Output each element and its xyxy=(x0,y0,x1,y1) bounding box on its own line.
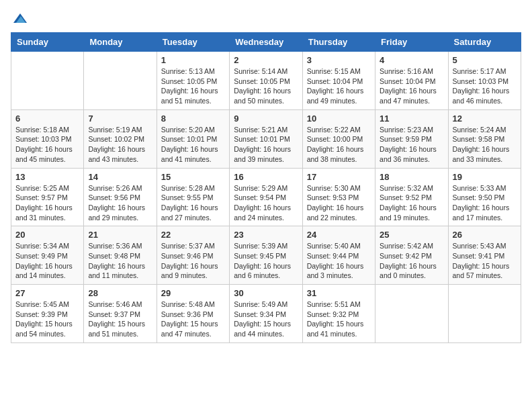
day-info: Sunrise: 5:16 AM Sunset: 10:04 PM Daylig… xyxy=(380,66,443,106)
day-info: Sunrise: 5:20 AM Sunset: 10:01 PM Daylig… xyxy=(161,125,225,165)
calendar-cell: 7Sunrise: 5:19 AM Sunset: 10:02 PM Dayli… xyxy=(84,109,157,168)
day-of-week-header: Wednesday xyxy=(230,33,302,52)
calendar-cell: 13Sunrise: 5:25 AM Sunset: 9:57 PM Dayli… xyxy=(11,168,84,226)
day-info: Sunrise: 5:49 AM Sunset: 9:34 PM Dayligh… xyxy=(234,300,298,339)
calendar-cell: 5Sunrise: 5:17 AM Sunset: 10:03 PM Dayli… xyxy=(448,52,521,110)
calendar-week-row: 13Sunrise: 5:25 AM Sunset: 9:57 PM Dayli… xyxy=(11,168,521,226)
day-number: 28 xyxy=(88,288,152,298)
day-of-week-header: Monday xyxy=(84,33,157,52)
day-info: Sunrise: 5:21 AM Sunset: 10:01 PM Daylig… xyxy=(234,125,298,165)
day-number: 4 xyxy=(380,55,443,65)
calendar-table: SundayMondayTuesdayWednesdayThursdayFrid… xyxy=(11,32,521,343)
calendar-cell: 29Sunrise: 5:48 AM Sunset: 9:36 PM Dayli… xyxy=(157,285,229,343)
day-number: 15 xyxy=(161,172,225,182)
calendar-cell: 8Sunrise: 5:20 AM Sunset: 10:01 PM Dayli… xyxy=(157,109,229,168)
calendar-cell: 30Sunrise: 5:49 AM Sunset: 9:34 PM Dayli… xyxy=(230,285,302,343)
day-info: Sunrise: 5:46 AM Sunset: 9:37 PM Dayligh… xyxy=(88,300,152,339)
day-of-week-header: Sunday xyxy=(11,33,84,52)
day-info: Sunrise: 5:48 AM Sunset: 9:36 PM Dayligh… xyxy=(161,300,225,339)
day-info: Sunrise: 5:15 AM Sunset: 10:04 PM Daylig… xyxy=(307,66,371,106)
day-info: Sunrise: 5:30 AM Sunset: 9:53 PM Dayligh… xyxy=(307,183,371,223)
day-info: Sunrise: 5:32 AM Sunset: 9:52 PM Dayligh… xyxy=(380,183,443,223)
day-of-week-header: Saturday xyxy=(448,33,521,52)
calendar-week-row: 27Sunrise: 5:45 AM Sunset: 9:39 PM Dayli… xyxy=(11,285,521,343)
calendar-cell: 1Sunrise: 5:13 AM Sunset: 10:05 PM Dayli… xyxy=(157,52,229,110)
day-number: 2 xyxy=(234,55,298,65)
day-number: 9 xyxy=(234,113,298,124)
day-number: 22 xyxy=(161,230,225,240)
day-info: Sunrise: 5:26 AM Sunset: 9:56 PM Dayligh… xyxy=(88,183,152,223)
calendar-cell xyxy=(84,52,157,110)
calendar-cell: 23Sunrise: 5:39 AM Sunset: 9:45 PM Dayli… xyxy=(230,226,302,285)
calendar-cell: 12Sunrise: 5:24 AM Sunset: 9:58 PM Dayli… xyxy=(448,109,521,168)
calendar-cell: 11Sunrise: 5:23 AM Sunset: 9:59 PM Dayli… xyxy=(375,109,448,168)
calendar-cell: 15Sunrise: 5:28 AM Sunset: 9:55 PM Dayli… xyxy=(157,168,229,226)
day-info: Sunrise: 5:43 AM Sunset: 9:41 PM Dayligh… xyxy=(453,241,517,281)
day-number: 5 xyxy=(453,55,517,65)
calendar-cell: 9Sunrise: 5:21 AM Sunset: 10:01 PM Dayli… xyxy=(230,109,302,168)
calendar-header: SundayMondayTuesdayWednesdayThursdayFrid… xyxy=(11,33,521,52)
day-info: Sunrise: 5:19 AM Sunset: 10:02 PM Daylig… xyxy=(88,125,152,165)
day-number: 14 xyxy=(88,172,152,182)
day-number: 3 xyxy=(307,55,371,65)
day-info: Sunrise: 5:39 AM Sunset: 9:45 PM Dayligh… xyxy=(234,241,298,281)
day-number: 29 xyxy=(161,288,225,298)
calendar-cell: 3Sunrise: 5:15 AM Sunset: 10:04 PM Dayli… xyxy=(302,52,375,110)
day-info: Sunrise: 5:13 AM Sunset: 10:05 PM Daylig… xyxy=(161,66,225,106)
day-number: 6 xyxy=(15,113,79,124)
day-number: 7 xyxy=(88,113,152,124)
calendar-cell: 24Sunrise: 5:40 AM Sunset: 9:44 PM Dayli… xyxy=(302,226,375,285)
day-number: 27 xyxy=(15,288,79,298)
calendar-cell: 18Sunrise: 5:32 AM Sunset: 9:52 PM Dayli… xyxy=(375,168,448,226)
day-number: 19 xyxy=(453,172,517,182)
day-number: 17 xyxy=(307,172,371,182)
day-number: 12 xyxy=(453,113,517,124)
day-info: Sunrise: 5:42 AM Sunset: 9:42 PM Dayligh… xyxy=(380,241,443,281)
calendar-week-row: 6Sunrise: 5:18 AM Sunset: 10:03 PM Dayli… xyxy=(11,109,521,168)
calendar-cell: 6Sunrise: 5:18 AM Sunset: 10:03 PM Dayli… xyxy=(11,109,84,168)
calendar-cell: 10Sunrise: 5:22 AM Sunset: 10:00 PM Dayl… xyxy=(302,109,375,168)
day-number: 31 xyxy=(307,288,371,298)
calendar-cell: 22Sunrise: 5:37 AM Sunset: 9:46 PM Dayli… xyxy=(157,226,229,285)
day-info: Sunrise: 5:33 AM Sunset: 9:50 PM Dayligh… xyxy=(453,183,517,223)
calendar-cell: 25Sunrise: 5:42 AM Sunset: 9:42 PM Dayli… xyxy=(375,226,448,285)
calendar-cell: 14Sunrise: 5:26 AM Sunset: 9:56 PM Dayli… xyxy=(84,168,157,226)
calendar-cell: 2Sunrise: 5:14 AM Sunset: 10:05 PM Dayli… xyxy=(230,52,302,110)
header-row: SundayMondayTuesdayWednesdayThursdayFrid… xyxy=(11,33,521,52)
day-of-week-header: Tuesday xyxy=(157,33,229,52)
calendar-cell: 19Sunrise: 5:33 AM Sunset: 9:50 PM Dayli… xyxy=(448,168,521,226)
day-info: Sunrise: 5:22 AM Sunset: 10:00 PM Daylig… xyxy=(307,125,371,165)
calendar-week-row: 20Sunrise: 5:34 AM Sunset: 9:49 PM Dayli… xyxy=(11,226,521,285)
day-info: Sunrise: 5:14 AM Sunset: 10:05 PM Daylig… xyxy=(234,66,298,106)
day-info: Sunrise: 5:40 AM Sunset: 9:44 PM Dayligh… xyxy=(307,241,371,281)
day-number: 30 xyxy=(234,288,298,298)
calendar-week-row: 1Sunrise: 5:13 AM Sunset: 10:05 PM Dayli… xyxy=(11,52,521,110)
day-info: Sunrise: 5:51 AM Sunset: 9:32 PM Dayligh… xyxy=(307,300,371,339)
day-number: 1 xyxy=(161,55,225,65)
calendar-cell: 28Sunrise: 5:46 AM Sunset: 9:37 PM Dayli… xyxy=(84,285,157,343)
day-number: 13 xyxy=(15,172,79,182)
day-info: Sunrise: 5:36 AM Sunset: 9:48 PM Dayligh… xyxy=(88,241,152,281)
day-number: 24 xyxy=(307,230,371,240)
day-number: 23 xyxy=(234,230,298,240)
day-info: Sunrise: 5:24 AM Sunset: 9:58 PM Dayligh… xyxy=(453,125,517,165)
day-number: 18 xyxy=(380,172,443,182)
day-info: Sunrise: 5:25 AM Sunset: 9:57 PM Dayligh… xyxy=(15,183,79,223)
calendar-cell: 31Sunrise: 5:51 AM Sunset: 9:32 PM Dayli… xyxy=(302,285,375,343)
day-number: 16 xyxy=(234,172,298,182)
calendar-cell: 4Sunrise: 5:16 AM Sunset: 10:04 PM Dayli… xyxy=(375,52,448,110)
day-number: 11 xyxy=(380,113,443,124)
day-number: 10 xyxy=(307,113,371,124)
day-info: Sunrise: 5:29 AM Sunset: 9:54 PM Dayligh… xyxy=(234,183,298,223)
calendar-cell: 26Sunrise: 5:43 AM Sunset: 9:41 PM Dayli… xyxy=(448,226,521,285)
day-info: Sunrise: 5:34 AM Sunset: 9:49 PM Dayligh… xyxy=(15,241,79,281)
calendar-cell: 27Sunrise: 5:45 AM Sunset: 9:39 PM Dayli… xyxy=(11,285,84,343)
calendar-cell: 21Sunrise: 5:36 AM Sunset: 9:48 PM Dayli… xyxy=(84,226,157,285)
day-info: Sunrise: 5:23 AM Sunset: 9:59 PM Dayligh… xyxy=(380,125,443,165)
calendar-cell xyxy=(11,52,84,110)
day-info: Sunrise: 5:17 AM Sunset: 10:03 PM Daylig… xyxy=(453,66,517,106)
calendar-cell: 17Sunrise: 5:30 AM Sunset: 9:53 PM Dayli… xyxy=(302,168,375,226)
calendar-cell: 20Sunrise: 5:34 AM Sunset: 9:49 PM Dayli… xyxy=(11,226,84,285)
calendar-cell xyxy=(448,285,521,343)
day-number: 8 xyxy=(161,113,225,124)
